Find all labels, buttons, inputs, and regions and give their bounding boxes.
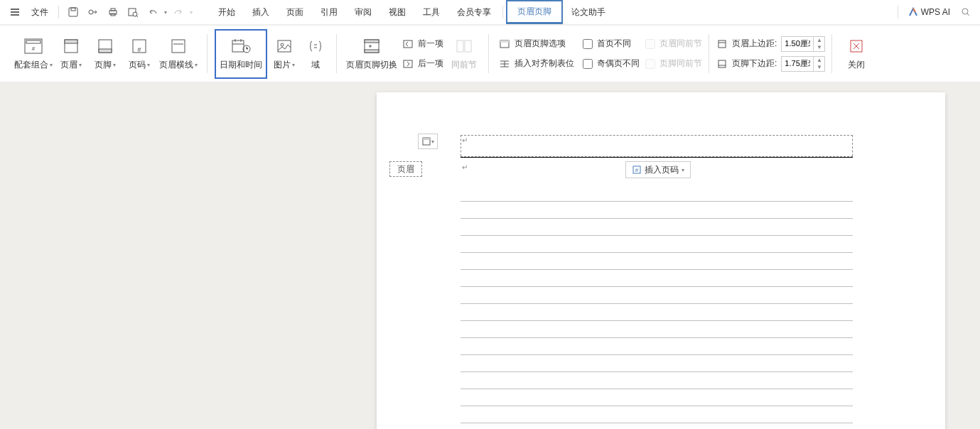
page-num-label: 页码 (129, 59, 146, 71)
same-prev-section-button[interactable]: 同前节 (446, 29, 482, 79)
svg-rect-0 (69, 8, 77, 16)
page-number-button[interactable]: # 页码▾ (122, 29, 156, 79)
svg-rect-4 (111, 9, 115, 11)
field-label: 域 (311, 59, 320, 71)
svg-point-8 (962, 9, 968, 14)
document-page[interactable]: ▾ ↵ 页眉 ↵ # 插入页码 ▾ (377, 92, 945, 429)
tab-header-footer[interactable]: 页眉页脚 (506, 0, 563, 24)
diff-odd-checkbox[interactable]: 奇偶页不同 (583, 56, 640, 72)
tab-thesis[interactable]: 论文助手 (563, 0, 614, 24)
header-button[interactable]: 页眉▾ (54, 29, 88, 79)
header-underline (461, 156, 853, 158)
svg-rect-28 (457, 40, 463, 52)
same-header-label: 页眉同前节 (659, 38, 702, 50)
close-hf-button[interactable]: 关闭 (839, 29, 873, 79)
document-body-lines (461, 185, 853, 429)
header-label: 页眉 (60, 59, 77, 71)
svg-rect-19 (232, 40, 244, 52)
svg-rect-31 (500, 40, 509, 43)
picture-button[interactable]: 图片▾ (267, 29, 301, 79)
file-menu[interactable]: 文件 (27, 4, 53, 21)
diff-first-label: 首页不同 (597, 38, 631, 50)
hf-options-button[interactable]: 页眉页脚选项 (496, 36, 577, 52)
preset-label: 配套组合 (14, 59, 48, 71)
insert-pn-label: 插入页码 (645, 164, 679, 176)
tab-page[interactable]: 页面 (278, 0, 312, 24)
bot-margin-value[interactable] (782, 60, 813, 68)
svg-text:#: # (137, 46, 141, 53)
datetime-button[interactable]: 日期和时间 (215, 29, 267, 79)
document-canvas[interactable]: ▾ ↵ 页眉 ↵ # 插入页码 ▾ (0, 82, 980, 429)
tab-review[interactable]: 审阅 (346, 0, 380, 24)
svg-rect-13 (65, 40, 77, 43)
redo-dropdown[interactable]: ▾ (190, 9, 193, 16)
diff-first-checkbox[interactable]: 首页不同 (583, 36, 640, 52)
tab-view[interactable]: 视图 (380, 0, 414, 24)
top-margin-input[interactable]: ▲▼ (781, 36, 825, 52)
svg-rect-18 (172, 40, 185, 53)
align-tab-label: 插入对齐制表位 (515, 58, 574, 70)
bot-margin-icon (716, 59, 728, 69)
paragraph-mark: ↵ (462, 163, 468, 171)
page-number-icon: # (632, 165, 642, 175)
datetime-label: 日期和时间 (220, 59, 262, 71)
close-label: 关闭 (848, 59, 865, 71)
header-line-label: 页眉横线 (159, 59, 193, 71)
header-edit-area[interactable] (461, 135, 853, 156)
next-item-button[interactable]: 后一项 (399, 56, 446, 72)
svg-rect-29 (465, 40, 471, 52)
same-footer-label: 页脚同前节 (659, 58, 702, 70)
save-icon[interactable] (65, 4, 82, 21)
preset-combo-button[interactable]: # 配套组合▾ (13, 29, 54, 79)
top-margin-label: 页眉上边距: (732, 38, 777, 50)
export-icon[interactable] (85, 4, 102, 21)
next-icon (402, 59, 414, 69)
footer-button[interactable]: 页脚▾ (88, 29, 122, 79)
svg-rect-27 (404, 60, 412, 67)
tab-tools[interactable]: 工具 (414, 0, 448, 24)
tab-member[interactable]: 会员专享 (448, 0, 500, 24)
svg-text:#: # (32, 45, 36, 52)
tab-insert[interactable]: 插入 (244, 0, 278, 24)
svg-rect-32 (718, 40, 726, 48)
same-prev-label: 同前节 (451, 59, 477, 71)
spin-up[interactable]: ▲ (814, 37, 824, 44)
spin-up[interactable]: ▲ (814, 57, 824, 64)
ai-label: WPS AI (921, 7, 950, 17)
diff-odd-label: 奇偶页不同 (597, 58, 640, 70)
print-preview-icon[interactable] (124, 4, 141, 21)
search-icon[interactable] (957, 4, 974, 21)
header-tag: 页眉 (389, 161, 422, 177)
ai-logo-icon (908, 7, 918, 17)
svg-text:#: # (635, 167, 639, 173)
switch-label: 页眉页脚切换 (346, 59, 397, 71)
svg-rect-15 (99, 49, 112, 53)
header-options-toggle[interactable]: ▾ (418, 134, 438, 149)
svg-point-2 (89, 10, 93, 14)
prev-label: 前一项 (418, 38, 443, 50)
header-line-button[interactable]: 页眉横线▾ (156, 29, 200, 79)
prev-item-button[interactable]: 前一项 (399, 36, 446, 52)
svg-point-22 (281, 43, 284, 46)
tab-start[interactable]: 开始 (210, 0, 244, 24)
hamburger-menu[interactable] (6, 4, 24, 21)
undo-dropdown[interactable]: ▾ (164, 9, 167, 16)
top-margin-icon (716, 39, 728, 49)
svg-rect-24 (365, 40, 379, 43)
insert-page-number-button[interactable]: # 插入页码 ▾ (625, 161, 691, 178)
redo-icon[interactable] (170, 4, 187, 21)
align-tab-icon (499, 59, 510, 69)
switch-button[interactable]: 页眉页脚切换 (344, 29, 399, 79)
align-tab-button[interactable]: 插入对齐制表位 (496, 56, 577, 72)
undo-icon[interactable] (144, 4, 161, 21)
top-margin-value[interactable] (782, 40, 813, 48)
svg-rect-1 (71, 8, 75, 11)
field-button[interactable]: 域 (301, 29, 330, 79)
options-label: 页眉页脚选项 (515, 38, 566, 50)
spin-down[interactable]: ▼ (814, 44, 824, 51)
wps-ai-button[interactable]: WPS AI (908, 7, 950, 17)
bot-margin-input[interactable]: ▲▼ (781, 56, 825, 72)
print-icon[interactable] (104, 4, 122, 21)
tab-quote[interactable]: 引用 (312, 0, 346, 24)
spin-down[interactable]: ▼ (814, 64, 824, 71)
